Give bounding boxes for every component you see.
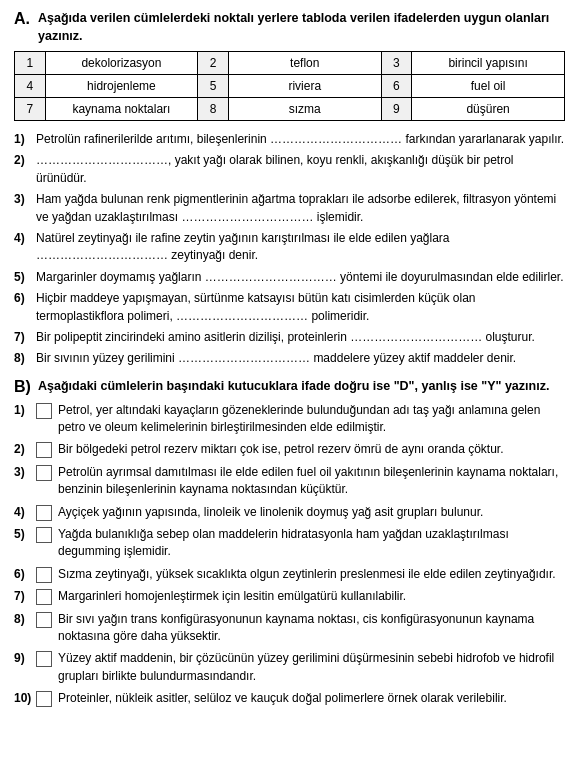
table-cell-word: dekolorizasyon <box>45 52 198 75</box>
dy-answer-box[interactable] <box>36 442 52 458</box>
table-cell-num: 6 <box>381 75 412 98</box>
dy-item-text: Petrol, yer altındaki kayaçların gözenek… <box>58 402 565 437</box>
table-cell-word: kaynama noktaları <box>45 98 198 121</box>
fill-item: 1)Petrolün rafinerilerilde arıtımı, bile… <box>14 131 565 148</box>
fill-item-text: Hiçbir maddeye yapışmayan, sürtünme kats… <box>36 290 565 325</box>
fill-list: 1)Petrolün rafinerilerilde arıtımı, bile… <box>14 131 565 368</box>
dy-item-num: 7) <box>14 588 36 605</box>
dy-item: 5)Yağda bulanıklığa sebep olan maddeleri… <box>14 526 565 561</box>
dy-item-num: 6) <box>14 566 36 583</box>
dy-item-text: Proteinler, nükleik asitler, selüloz ve … <box>58 690 565 707</box>
dy-item: 8)Bir sıvı yağın trans konfigürasyonunun… <box>14 611 565 646</box>
table-cell-num: 3 <box>381 52 412 75</box>
fill-item-text: Bir sıvının yüzey gerilimini ……………………………… <box>36 350 565 367</box>
fill-item-text: Bir polipeptit zincirindeki amino asitle… <box>36 329 565 346</box>
word-table: 1dekolorizasyon2teflon3birincil yapısını… <box>14 51 565 121</box>
section-a-title: Aşağıda verilen cümlelerdeki noktalı yer… <box>38 10 565 45</box>
dy-item-num: 3) <box>14 464 36 481</box>
table-cell-word: düşüren <box>412 98 565 121</box>
dy-list: 1)Petrol, yer altındaki kayaçların gözen… <box>14 402 565 708</box>
table-cell-num: 9 <box>381 98 412 121</box>
section-b-letter: B) <box>14 378 32 396</box>
dy-answer-box[interactable] <box>36 589 52 605</box>
dy-item-num: 5) <box>14 526 36 543</box>
table-cell-word: teflon <box>228 52 381 75</box>
dy-item-num: 4) <box>14 504 36 521</box>
fill-item: 6)Hiçbir maddeye yapışmayan, sürtünme ka… <box>14 290 565 325</box>
table-cell-word: fuel oil <box>412 75 565 98</box>
table-cell-word: sızma <box>228 98 381 121</box>
section-a-header: A. Aşağıda verilen cümlelerdeki noktalı … <box>14 10 565 45</box>
dy-answer-box[interactable] <box>36 403 52 419</box>
dy-answer-box[interactable] <box>36 612 52 628</box>
dy-answer-box[interactable] <box>36 465 52 481</box>
dy-item-text: Bir sıvı yağın trans konfigürasyonunun k… <box>58 611 565 646</box>
table-cell-word: riviera <box>228 75 381 98</box>
dy-item-num: 10) <box>14 690 36 707</box>
dy-answer-box[interactable] <box>36 651 52 667</box>
dy-answer-box[interactable] <box>36 691 52 707</box>
section-b-title: Aşağıdaki cümlelerin başındaki kutucukla… <box>38 378 549 396</box>
dy-item-text: Yüzey aktif maddenin, bir çözücünün yüze… <box>58 650 565 685</box>
table-cell-num: 5 <box>198 75 229 98</box>
dy-item-num: 9) <box>14 650 36 667</box>
fill-item-num: 6) <box>14 290 36 325</box>
dy-answer-box[interactable] <box>36 567 52 583</box>
dy-item: 7)Margarinleri homojenleştirmek için les… <box>14 588 565 605</box>
fill-item-num: 4) <box>14 230 36 265</box>
section-b-header: B) Aşağıdaki cümlelerin başındaki kutucu… <box>14 378 565 396</box>
dy-item-num: 2) <box>14 441 36 458</box>
dy-item-text: Ayçiçek yağının yapısında, linoleik ve l… <box>58 504 565 521</box>
dy-item: 2)Bir bölgedeki petrol rezerv miktarı ço… <box>14 441 565 458</box>
dy-item-text: Bir bölgedeki petrol rezerv miktarı çok … <box>58 441 565 458</box>
fill-item-text: ……………………………, yakıt yağı olarak bilinen, … <box>36 152 565 187</box>
table-cell-num: 2 <box>198 52 229 75</box>
fill-item: 8)Bir sıvının yüzey gerilimini ………………………… <box>14 350 565 367</box>
table-cell-num: 8 <box>198 98 229 121</box>
dy-item: 4)Ayçiçek yağının yapısında, linoleik ve… <box>14 504 565 521</box>
dy-item-text: Yağda bulanıklığa sebep olan maddelerin … <box>58 526 565 561</box>
dy-item-text: Margarinleri homojenleştirmek için lesit… <box>58 588 565 605</box>
fill-item: 2)……………………………, yakıt yağı olarak bilinen… <box>14 152 565 187</box>
fill-item: 5)Margarinler doymamış yağların ……………………… <box>14 269 565 286</box>
fill-item: 7)Bir polipeptit zincirindeki amino asit… <box>14 329 565 346</box>
dy-item: 3)Petrolün ayrımsal damıtılması ile elde… <box>14 464 565 499</box>
table-cell-num: 4 <box>15 75 46 98</box>
table-cell-num: 7 <box>15 98 46 121</box>
dy-item-num: 8) <box>14 611 36 628</box>
fill-item-num: 5) <box>14 269 36 286</box>
fill-item-num: 1) <box>14 131 36 148</box>
dy-answer-box[interactable] <box>36 527 52 543</box>
section-a-letter: A. <box>14 10 32 28</box>
dy-item: 1)Petrol, yer altındaki kayaçların gözen… <box>14 402 565 437</box>
dy-item: 9)Yüzey aktif maddenin, bir çözücünün yü… <box>14 650 565 685</box>
fill-item-num: 3) <box>14 191 36 226</box>
fill-item: 3)Ham yağda bulunan renk pigmentlerinin … <box>14 191 565 226</box>
fill-item-text: Margarinler doymamış yağların …………………………… <box>36 269 565 286</box>
dy-item: 6)Sızma zeytinyağı, yüksek sıcaklıkta ol… <box>14 566 565 583</box>
fill-item-num: 2) <box>14 152 36 187</box>
table-cell-word: hidrojenleme <box>45 75 198 98</box>
dy-answer-box[interactable] <box>36 505 52 521</box>
fill-item-text: Natürel zeytinyağı ile rafine zeytin yağ… <box>36 230 565 265</box>
dy-item-text: Petrolün ayrımsal damıtılması ile elde e… <box>58 464 565 499</box>
dy-item-num: 1) <box>14 402 36 419</box>
fill-item-num: 7) <box>14 329 36 346</box>
dy-item-text: Sızma zeytinyağı, yüksek sıcaklıkta olgu… <box>58 566 565 583</box>
fill-item-num: 8) <box>14 350 36 367</box>
table-cell-word: birincil yapısını <box>412 52 565 75</box>
dy-item: 10)Proteinler, nükleik asitler, selüloz … <box>14 690 565 707</box>
fill-item-text: Petrolün rafinerilerilde arıtımı, bileşe… <box>36 131 565 148</box>
fill-item: 4)Natürel zeytinyağı ile rafine zeytin y… <box>14 230 565 265</box>
table-cell-num: 1 <box>15 52 46 75</box>
fill-item-text: Ham yağda bulunan renk pigmentlerinin ağ… <box>36 191 565 226</box>
